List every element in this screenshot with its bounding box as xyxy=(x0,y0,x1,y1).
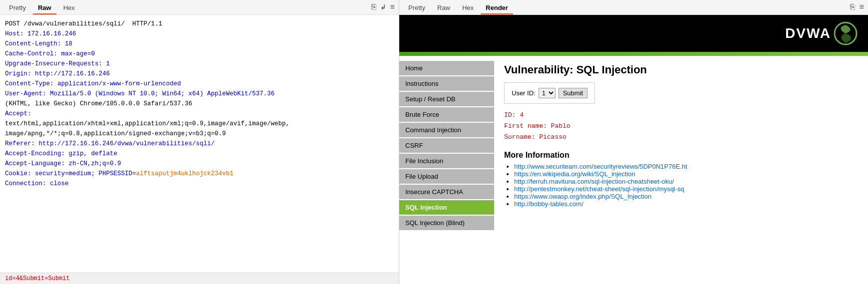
request-line-2: Host: 172.16.16.246 xyxy=(5,29,394,39)
request-line-8: User-Agent: Mozilla/5.0 (Windows NT 10.0… xyxy=(5,89,394,99)
request-line-blank xyxy=(5,189,394,199)
request-line-cookie: Cookie: security=medium; PHPSESSID=alfts… xyxy=(5,169,394,179)
tab-raw-right[interactable]: Raw xyxy=(432,2,455,14)
more-info-title: More Information xyxy=(504,151,858,160)
dvwa-green-bar xyxy=(399,52,868,56)
request-line-4: Cache-Control: max-age=0 xyxy=(5,49,394,59)
more-info-link-5[interactable]: https://www.owasp.org/index.php/SQL_Inje… xyxy=(514,193,651,200)
result-surname: Surname: Picasso xyxy=(504,132,858,143)
tab-raw-left[interactable]: Raw xyxy=(33,2,56,14)
menu-icon[interactable]: ≡ xyxy=(390,3,395,12)
more-info-section: More Information http://www.securiteam.c… xyxy=(504,151,858,208)
sidebar-item-sql-injection[interactable]: SQL Injection xyxy=(399,200,494,215)
request-line-9: (KHTML, like Gecko) Chrome/105.0.0.0 Saf… xyxy=(5,99,394,109)
copy-icon-right[interactable]: ⎘ xyxy=(850,3,855,12)
result-firstname: First name: Pablo xyxy=(504,121,858,132)
left-tab-icons: ⎘ ↲ ≡ xyxy=(371,3,395,14)
request-line-5: Upgrade-Insecure-Requests: 1 xyxy=(5,59,394,69)
dvwa-header: DVWA xyxy=(399,15,868,52)
request-body-value: id=4&Submit=Submit xyxy=(0,273,399,284)
sidebar-item-command-injection[interactable]: Command Injection xyxy=(399,123,494,137)
result-id: ID: 4 xyxy=(504,110,858,121)
body-text: id=4&Submit=Submit xyxy=(5,275,70,282)
user-id-form: User ID: 1 2 3 4 Submit xyxy=(504,82,595,104)
copy-icon[interactable]: ⎘ xyxy=(371,3,376,12)
more-info-link-4[interactable]: http://pentestmonkey.net/cheat-sheet/sql… xyxy=(514,185,684,193)
request-line-14: Accept-Encoding: gzip, deflate xyxy=(5,149,394,159)
sidebar-item-file-upload[interactable]: File Upload xyxy=(399,169,494,184)
submit-button[interactable]: Submit xyxy=(559,88,587,98)
user-id-label: User ID: xyxy=(512,89,536,97)
sidebar-item-brute-force[interactable]: Brute Force xyxy=(399,107,494,122)
newline-icon[interactable]: ↲ xyxy=(380,3,386,11)
tab-pretty-right[interactable]: Pretty xyxy=(403,2,430,14)
dvwa-main: Vulnerability: SQL Injection User ID: 1 … xyxy=(494,56,868,256)
request-line-16: Connection: close xyxy=(5,179,394,189)
right-tab-bar: Pretty Raw Hex Render ⎘ ≡ xyxy=(399,0,868,15)
sidebar-item-file-inclusion[interactable]: File Inclusion xyxy=(399,154,494,168)
result-text: ID: 4 First name: Pablo Surname: Picasso xyxy=(504,110,858,143)
sidebar-item-home[interactable]: Home xyxy=(399,61,494,75)
sidebar-item-instructions[interactable]: Instructions xyxy=(399,76,494,91)
user-id-select[interactable]: 1 2 3 4 xyxy=(539,88,556,98)
vuln-title: Vulnerability: SQL Injection xyxy=(504,63,858,76)
rendered-content: DVWA Home Instructions Setup / Reset DB … xyxy=(399,15,868,284)
dvwa-sidebar: Home Instructions Setup / Reset DB Brute… xyxy=(399,56,494,256)
more-info-link-3[interactable]: http://ferruh.mavituna.com/sql-injection… xyxy=(514,178,674,185)
right-tab-icons: ⎘ ≡ xyxy=(850,3,864,14)
more-info-link-2[interactable]: https://en.wikipedia.org/wiki/SQL_inject… xyxy=(514,170,635,178)
request-line-11: text/html,application/xhtml+xml,applicat… xyxy=(5,119,394,129)
sidebar-item-sql-injection-blind[interactable]: SQL Injection (Blind) xyxy=(399,216,494,230)
request-line-12: image/apng,*/*;q=0.8,application/signed-… xyxy=(5,129,394,139)
menu-icon-right[interactable]: ≡ xyxy=(859,3,864,12)
left-tab-bar: Pretty Raw Hex ⎘ ↲ ≡ xyxy=(0,0,399,15)
dvwa-body: Home Instructions Setup / Reset DB Brute… xyxy=(399,56,868,256)
request-line-7: Content-Type: application/x-www-form-url… xyxy=(5,79,394,89)
request-line-13: Referer: http://172.16.16.246/dvwa/vulne… xyxy=(5,139,394,149)
sidebar-item-setup[interactable]: Setup / Reset DB xyxy=(399,92,494,106)
tab-render-right[interactable]: Render xyxy=(481,2,513,14)
request-line-3: Content-Length: 18 xyxy=(5,39,394,49)
left-panel: Pretty Raw Hex ⎘ ↲ ≡ POST /dvwa/vulnerab… xyxy=(0,0,399,284)
request-body: POST /dvwa/vulnerabilities/sqli/ HTTP/1.… xyxy=(0,15,399,273)
dvwa-logo-text: DVWA xyxy=(785,25,831,41)
dvwa-logo: DVWA xyxy=(785,21,858,46)
tab-hex-right[interactable]: Hex xyxy=(457,2,479,14)
right-panel: Pretty Raw Hex Render ⎘ ≡ DVWA Home xyxy=(399,0,868,284)
tab-hex-left[interactable]: Hex xyxy=(58,2,80,14)
sidebar-item-csrf[interactable]: CSRF xyxy=(399,138,494,153)
more-info-link-6[interactable]: http://bobby-tables.com/ xyxy=(514,200,583,208)
sidebar-item-insecure-captcha[interactable]: Insecure CAPTCHA xyxy=(399,185,494,199)
request-line-15: Accept-Language: zh-CN,zh;q=0.9 xyxy=(5,159,394,169)
more-info-link-1[interactable]: http://www.securiteam.com/securityreview… xyxy=(514,163,687,170)
request-line-6: Origin: http://172.16.16.246 xyxy=(5,69,394,79)
more-info-links: http://www.securiteam.com/securityreview… xyxy=(504,163,858,208)
request-line-1: POST /dvwa/vulnerabilities/sqli/ HTTP/1.… xyxy=(5,19,394,29)
dvwa-logo-icon xyxy=(833,21,858,46)
request-line-10: Accept: xyxy=(5,109,394,119)
tab-pretty-left[interactable]: Pretty xyxy=(4,2,31,14)
